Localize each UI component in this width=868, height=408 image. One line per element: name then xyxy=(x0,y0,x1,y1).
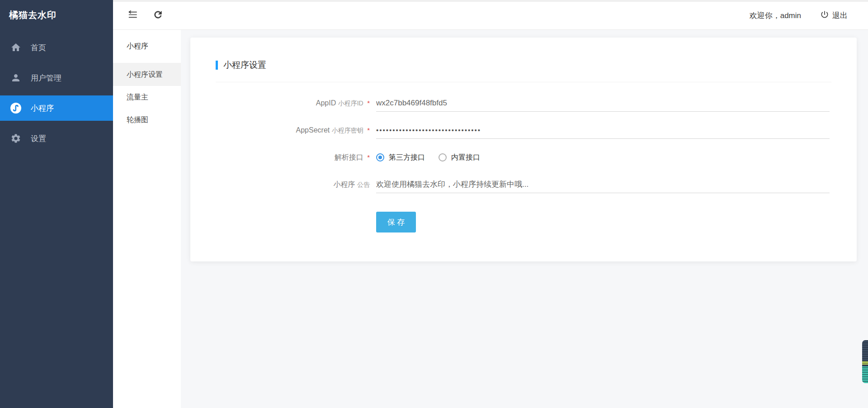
notice-input[interactable] xyxy=(376,176,830,193)
required-asterisk: * xyxy=(367,126,370,134)
appsecret-label: AppSecret 小程序密钥 * xyxy=(216,126,376,135)
main-nav: 首页 用户管理 小程序 设置 xyxy=(0,30,113,151)
collapse-sidebar-button[interactable] xyxy=(126,9,139,23)
top-header: 欢迎你，admin 退出 xyxy=(113,0,868,30)
sidebar-item-settings[interactable]: 设置 xyxy=(0,126,113,151)
radio-checked-icon xyxy=(376,153,384,161)
card-title-text: 小程序设置 xyxy=(223,59,266,71)
appid-input[interactable] xyxy=(376,95,830,112)
sidebar-item-label: 首页 xyxy=(31,43,46,53)
power-icon xyxy=(820,10,829,21)
title-accent-bar xyxy=(216,61,218,70)
card-title: 小程序设置 xyxy=(216,59,831,71)
sidebar-item-label: 用户管理 xyxy=(31,73,61,83)
appid-label: AppID 小程序ID * xyxy=(216,99,376,108)
submenu-item-label: 流量主 xyxy=(127,93,148,102)
logout-label: 退出 xyxy=(832,10,848,21)
api-label: 解析接口 * xyxy=(216,153,376,162)
save-button[interactable]: 保 存 xyxy=(376,212,416,232)
sidebar-item-label: 小程序 xyxy=(31,103,54,114)
header-right: 欢迎你，admin 退出 xyxy=(750,10,868,21)
radio-third-party-api[interactable]: 第三方接口 xyxy=(376,153,425,162)
required-asterisk: * xyxy=(367,153,370,161)
form-row-notice: 小程序 公告 xyxy=(216,176,831,194)
collapse-icon xyxy=(127,9,138,22)
main-sidebar: 橘猫去水印 首页 用户管理 小程序 xyxy=(0,0,113,408)
logout-button[interactable]: 退出 xyxy=(820,10,848,21)
sidebar-item-miniprogram[interactable]: 小程序 xyxy=(0,95,113,121)
notice-label: 小程序 公告 xyxy=(216,180,376,190)
submenu-item-miniprogram-settings[interactable]: 小程序设置 xyxy=(113,63,181,86)
submenu-item-traffic[interactable]: 流量主 xyxy=(113,86,181,109)
title-divider xyxy=(216,82,831,82)
radio-unchecked-icon xyxy=(439,153,447,161)
submenu-item-label: 小程序设置 xyxy=(127,70,163,80)
sidebar-item-label: 设置 xyxy=(31,133,46,144)
secondary-sidebar: 小程序 小程序设置 流量主 轮播图 xyxy=(113,0,181,408)
radio-builtin-api[interactable]: 内置接口 xyxy=(439,153,480,162)
settings-card: 小程序设置 AppID 小程序ID * AppSecret 小程序密钥 xyxy=(190,38,857,261)
header-tools xyxy=(113,9,165,23)
sidebar-item-home[interactable]: 首页 xyxy=(0,35,113,60)
miniprogram-icon xyxy=(10,102,22,114)
scroll-indicator-widget[interactable] xyxy=(862,340,868,383)
form-row-appid: AppID 小程序ID * xyxy=(216,94,831,112)
welcome-text: 欢迎你，admin xyxy=(750,10,801,21)
button-row: 保 存 xyxy=(216,212,831,232)
settings-form: AppID 小程序ID * AppSecret 小程序密钥 * xyxy=(216,94,831,232)
gear-icon xyxy=(10,133,22,144)
required-asterisk: * xyxy=(367,99,370,107)
form-row-api: 解析接口 * 第三方接口 内置接口 xyxy=(216,148,831,166)
form-row-appsecret: AppSecret 小程序密钥 * xyxy=(216,121,831,139)
submenu-item-carousel[interactable]: 轮播图 xyxy=(113,109,181,131)
sidebar-item-users[interactable]: 用户管理 xyxy=(0,65,113,90)
content-area: 小程序设置 AppID 小程序ID * AppSecret 小程序密钥 xyxy=(181,30,868,408)
refresh-icon xyxy=(153,9,163,22)
refresh-button[interactable] xyxy=(151,9,165,23)
submenu-item-label: 轮播图 xyxy=(127,115,148,125)
appsecret-input[interactable] xyxy=(376,122,830,139)
app-logo: 橘猫去水印 xyxy=(0,0,113,30)
home-icon xyxy=(10,42,22,53)
user-icon xyxy=(10,72,22,84)
